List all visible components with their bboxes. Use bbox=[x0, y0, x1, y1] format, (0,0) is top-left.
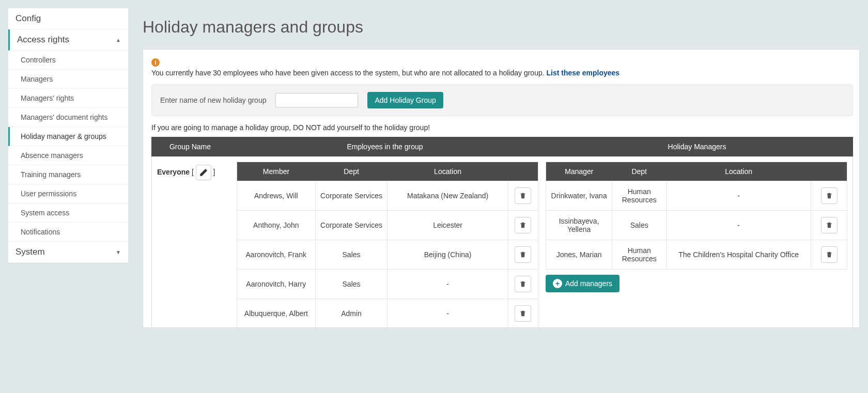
sidebar-item-training-managers[interactable]: Training managers bbox=[8, 165, 128, 184]
add-managers-label: Add managers bbox=[565, 279, 612, 288]
unallocated-text: You currently have 30 employees who have… bbox=[151, 69, 547, 77]
header-group-name: Group Name bbox=[151, 138, 229, 155]
table-row: Andrews, WillCorporate ServicesMatakana … bbox=[237, 181, 538, 211]
sidebar: Config Access rights ▲ Controllers Manag… bbox=[8, 8, 128, 263]
employee-actions bbox=[508, 211, 538, 240]
sidebar-section-access-rights[interactable]: Access rights ▲ bbox=[8, 29, 128, 51]
info-row: i bbox=[151, 58, 853, 67]
employees-th-actions bbox=[508, 162, 538, 181]
sidebar-item-holiday-manager-groups[interactable]: Holiday manager & groups bbox=[8, 127, 128, 146]
new-group-bar: Enter name of new holiday group Add Holi… bbox=[151, 84, 853, 116]
manager-dept: Human Resources bbox=[612, 181, 667, 211]
manager-dept: Sales bbox=[612, 211, 667, 240]
delete-button[interactable] bbox=[515, 187, 531, 204]
table-row: Aaronovitch, HarrySales- bbox=[237, 270, 538, 299]
sidebar-item-user-permissions[interactable]: User permissions bbox=[8, 184, 128, 203]
sidebar-section-config: Config bbox=[8, 8, 128, 29]
sidebar-item-label: Managers' rights bbox=[21, 94, 74, 102]
sidebar-section-system[interactable]: System ▼ bbox=[8, 242, 128, 263]
employees-th-dept: Dept bbox=[315, 162, 388, 181]
sidebar-item-controllers[interactable]: Controllers bbox=[8, 51, 128, 70]
edit-group-button[interactable] bbox=[196, 165, 211, 180]
manager-location: - bbox=[667, 211, 811, 240]
employee-actions bbox=[508, 181, 538, 211]
trash-icon bbox=[519, 222, 526, 229]
employee-name: Aaronovitch, Frank bbox=[237, 240, 316, 270]
bracket-open: [ bbox=[192, 168, 196, 176]
caret-down-icon: ▼ bbox=[116, 249, 121, 255]
delete-button[interactable] bbox=[515, 246, 531, 263]
table-row: Issinbayeva, YellenaSales- bbox=[546, 211, 847, 240]
trash-icon bbox=[519, 280, 526, 288]
manager-name: Jones, Marian bbox=[546, 240, 612, 270]
employee-name: Aaronovitch, Harry bbox=[237, 270, 316, 299]
trash-icon bbox=[519, 310, 526, 317]
warning-line: If you are going to manage a holiday gro… bbox=[151, 123, 853, 132]
add-managers-button[interactable]: + Add managers bbox=[546, 275, 619, 292]
manager-actions bbox=[811, 211, 847, 240]
trash-icon bbox=[826, 192, 833, 199]
employee-dept: Sales bbox=[315, 270, 388, 299]
employee-name: Andrews, Will bbox=[237, 181, 316, 211]
main: Holiday managers and groups i You curren… bbox=[143, 8, 860, 328]
employee-dept: Corporate Services bbox=[315, 211, 388, 240]
delete-button[interactable] bbox=[515, 305, 531, 322]
sidebar-system-label: System bbox=[16, 247, 45, 257]
table-row: Anthony, JohnCorporate ServicesLeicester bbox=[237, 211, 538, 240]
managers-th-manager: Manager bbox=[546, 162, 612, 181]
sidebar-item-system-access[interactable]: System access bbox=[8, 203, 128, 223]
delete-button[interactable] bbox=[821, 246, 838, 263]
sidebar-item-managers-rights[interactable]: Managers' rights bbox=[8, 89, 128, 108]
plus-circle-icon: + bbox=[553, 279, 562, 288]
new-group-label: Enter name of new holiday group bbox=[160, 96, 266, 104]
managers-th-actions bbox=[811, 162, 847, 181]
employee-location: Matakana (New Zealand) bbox=[388, 181, 508, 211]
sidebar-config-label: Config bbox=[16, 13, 41, 24]
sidebar-item-managers[interactable]: Managers bbox=[8, 70, 128, 89]
delete-button[interactable] bbox=[515, 217, 531, 233]
table-row: Albuquerque, AlbertAdmin- bbox=[237, 299, 538, 328]
sidebar-item-label: Managers' document rights bbox=[21, 113, 107, 121]
header-employees: Employees in the group bbox=[229, 138, 541, 155]
list-employees-link[interactable]: List these employees bbox=[547, 69, 620, 77]
employees-th-location: Location bbox=[388, 162, 508, 181]
delete-button[interactable] bbox=[515, 276, 531, 292]
employee-actions bbox=[508, 240, 538, 270]
trash-icon bbox=[519, 192, 526, 199]
sidebar-item-label: Controllers bbox=[21, 56, 56, 64]
delete-button[interactable] bbox=[821, 187, 838, 204]
group-row: Everyone [ ] Member Dept bbox=[151, 156, 853, 328]
sidebar-item-label: Training managers bbox=[21, 170, 81, 179]
group-name-cell: Everyone [ ] bbox=[152, 162, 229, 328]
employee-location: Beijing (China) bbox=[388, 240, 508, 270]
sidebar-item-absence-managers[interactable]: Absence managers bbox=[8, 146, 128, 165]
add-holiday-group-button[interactable]: Add Holiday Group bbox=[367, 92, 443, 108]
header-managers: Holiday Managers bbox=[541, 138, 853, 155]
employees-table: Member Dept Location Andrews, WillCorpor… bbox=[237, 162, 538, 328]
employee-actions bbox=[508, 270, 538, 299]
managers-th-dept: Dept bbox=[612, 162, 667, 181]
employee-location: Leicester bbox=[388, 211, 508, 240]
new-group-input[interactable] bbox=[275, 93, 358, 107]
sidebar-item-label: Managers bbox=[21, 75, 53, 83]
caret-up-icon: ▲ bbox=[116, 37, 121, 43]
employees-th-member: Member bbox=[237, 162, 316, 181]
sidebar-item-label: User permissions bbox=[21, 190, 76, 198]
manager-location: The Children's Hospital Charity Office bbox=[667, 240, 811, 270]
table-row: Jones, MarianHuman ResourcesThe Children… bbox=[546, 240, 847, 270]
add-holiday-group-label: Add Holiday Group bbox=[375, 96, 436, 104]
employee-location: - bbox=[388, 270, 508, 299]
sidebar-item-managers-document-rights[interactable]: Managers' document rights bbox=[8, 108, 128, 127]
manager-location: - bbox=[667, 181, 811, 211]
table-row: Aaronovitch, FrankSalesBeijing (China) bbox=[237, 240, 538, 270]
delete-button[interactable] bbox=[821, 217, 838, 233]
sidebar-item-label: Holiday manager & groups bbox=[21, 132, 106, 140]
employee-name: Albuquerque, Albert bbox=[237, 299, 316, 328]
sidebar-item-notifications[interactable]: Notifications bbox=[8, 223, 128, 242]
employee-name: Anthony, John bbox=[237, 211, 316, 240]
bracket-close: ] bbox=[213, 168, 215, 176]
manager-name: Issinbayeva, Yellena bbox=[546, 211, 612, 240]
sidebar-access-rights-label: Access rights bbox=[17, 35, 69, 45]
trash-icon bbox=[826, 222, 833, 229]
content-panel[interactable]: i You currently have 30 employees who ha… bbox=[143, 49, 860, 328]
